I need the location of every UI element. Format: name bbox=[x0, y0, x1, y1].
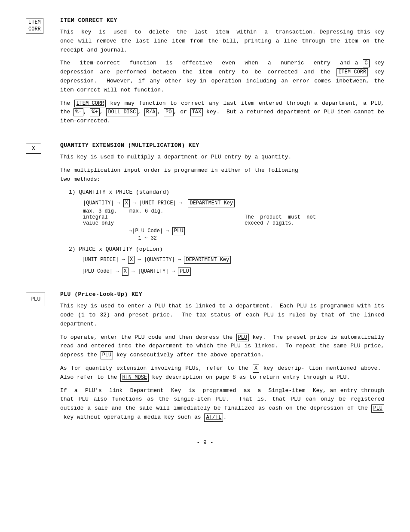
x-key-m2a: X bbox=[128, 256, 135, 264]
page-number: - 9 - bbox=[26, 439, 384, 446]
plu-title: PLU (Price-Look-Up) KEY bbox=[60, 291, 384, 298]
item-corr-para3: The ITEM CORR key may function to correc… bbox=[60, 99, 384, 126]
rtn-mdse-key: RTN MDSE bbox=[120, 374, 149, 382]
plu-key-m2: PLU bbox=[178, 268, 191, 276]
plu-para4: If a PLU's link Department Key is progra… bbox=[60, 386, 384, 422]
item-corr-key-ref: ITEM CORR bbox=[337, 68, 368, 76]
quantity-x-para1: This key is used to multiply a departmen… bbox=[60, 153, 384, 162]
doll-disc-key: DOLL DISC bbox=[106, 108, 138, 116]
method1-diagram: |QUANTITY| → X → |UNIT PRICE| → DEPARTME… bbox=[82, 199, 384, 242]
dept-key-flow: DEPARTMENT Key bbox=[188, 199, 235, 207]
flow-note-right: The product must notexceed 7 digits. bbox=[236, 199, 317, 242]
plu-content: PLU (Price-Look-Up) KEY This key is used… bbox=[60, 291, 384, 426]
plu-para3: As for quantity extension involving PLUs… bbox=[60, 364, 384, 382]
method1-label: 1) QUANTITY x PRICE (standard) bbox=[69, 188, 384, 197]
flow-labels: max. 3 dig. max. 6 dig. integral value o… bbox=[82, 208, 187, 227]
method2-flow1: |UNIT PRICE| → X → |QUANTITY| → DEPARTME… bbox=[82, 256, 384, 264]
item-corr-para2: The item-correct function is effective e… bbox=[60, 59, 384, 94]
method2-flow2: |PLU Code| → X → |QUANTITY| → PLU bbox=[82, 268, 384, 276]
method1: 1) QUANTITY x PRICE (standard) |QUANTITY… bbox=[69, 188, 384, 241]
method2-diagram: |UNIT PRICE| → X → |QUANTITY| → DEPARTME… bbox=[82, 256, 384, 276]
item-corr-content: ITEM CORRECT KEY This key is used to del… bbox=[60, 17, 384, 130]
flow-plu-line: →|PLU Code| → PLU 1 ~ 32 bbox=[82, 227, 187, 242]
pct-minus-key: %- bbox=[73, 108, 83, 116]
item-corr-line1: ITEM bbox=[28, 19, 41, 25]
quantity-x-title: QUANTITY EXTENSION (MULTIPLICATION) KEY bbox=[60, 142, 384, 149]
pct-plus-key: %+ bbox=[90, 108, 99, 116]
dept-key-m2: DEPARTMENT Key bbox=[184, 256, 231, 264]
method2-label: 2) PRICE x QUANTITY (option) bbox=[69, 245, 384, 254]
quantity-x-key-col: X bbox=[26, 142, 60, 279]
plu-key-ref2: PLU bbox=[101, 351, 113, 359]
tax-key: TAX bbox=[190, 108, 203, 116]
item-corr-para1: This key is used to delete the last item… bbox=[60, 28, 384, 55]
method2: 2) PRICE x QUANTITY (option) |UNIT PRICE… bbox=[69, 245, 384, 276]
item-corr-title: ITEM CORRECT KEY bbox=[60, 17, 384, 24]
flow-dept: DEPARTMENT Key bbox=[187, 199, 236, 208]
page: ITEM CORR ITEM CORRECT KEY This key is u… bbox=[0, 0, 410, 532]
quantity-x-content: QUANTITY EXTENSION (MULTIPLICATION) KEY … bbox=[60, 142, 384, 279]
plu-section: PLU PLU (Price-Look-Up) KEY This key is … bbox=[26, 291, 384, 426]
plu-key-flow: PLU bbox=[172, 227, 185, 235]
item-corr-line2: CORR bbox=[28, 26, 41, 32]
plu-key: PLU bbox=[26, 292, 45, 306]
flow-row1: |QUANTITY| → X → |UNIT PRICE| → DEPARTME… bbox=[82, 199, 317, 208]
plu-para2: To operate, enter the PLU code and then … bbox=[60, 333, 384, 360]
quantity-x-section: X QUANTITY EXTENSION (MULTIPLICATION) KE… bbox=[26, 142, 384, 279]
quantity-x-key: X bbox=[26, 143, 41, 154]
flow-qty: |QUANTITY| → X → |UNIT PRICE| → bbox=[82, 199, 187, 208]
po-key: PO bbox=[164, 108, 173, 116]
flow-empty bbox=[187, 208, 236, 227]
flow-empty2 bbox=[187, 227, 236, 242]
plu-para1: This key is used to enter a PLU that is … bbox=[60, 302, 384, 328]
quantity-x-para2: The multiplication input order is progra… bbox=[60, 166, 384, 184]
attl-key: AT/TL bbox=[204, 413, 223, 422]
method1-flow-table: |QUANTITY| → X → |UNIT PRICE| → DEPARTME… bbox=[82, 199, 317, 242]
x-key-m2b: X bbox=[122, 268, 129, 276]
item-corr-key-col: ITEM CORR bbox=[26, 17, 60, 130]
x-key-ref: X bbox=[253, 365, 259, 373]
item-corr-section: ITEM CORR ITEM CORRECT KEY This key is u… bbox=[26, 17, 384, 130]
item-corr-key-ref2: ITEM CORR bbox=[74, 100, 106, 108]
plu-key-col: PLU bbox=[26, 291, 60, 426]
ra-key: R/A bbox=[144, 108, 157, 116]
item-corr-key: ITEM CORR bbox=[26, 18, 43, 34]
plu-key-ref: PLU bbox=[236, 334, 249, 342]
x-key-flow: X bbox=[123, 199, 130, 207]
plu-key-ref3: PLU bbox=[371, 404, 384, 413]
c-key: C bbox=[363, 59, 369, 67]
